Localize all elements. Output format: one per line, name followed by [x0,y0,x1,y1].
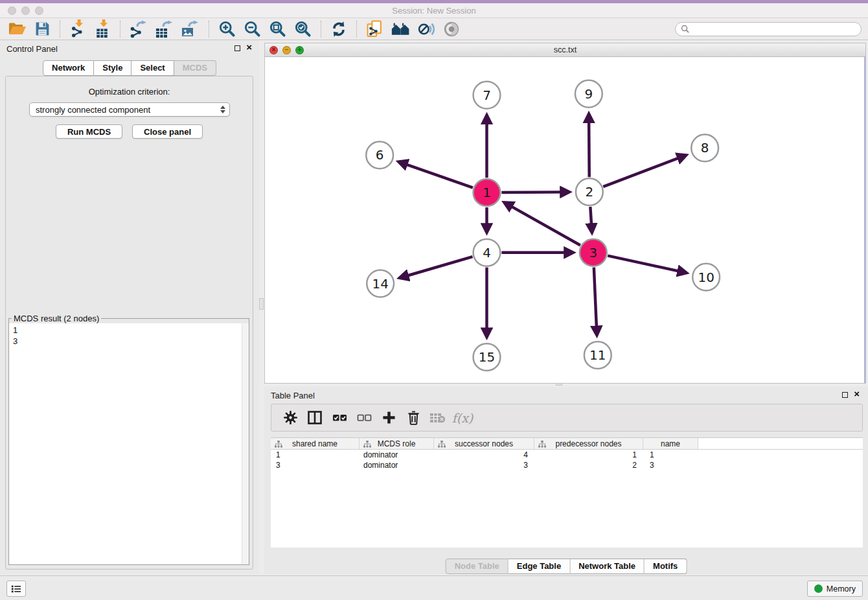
import-table-icon[interactable] [90,19,115,39]
cell-predecessor-nodes: 2 [534,460,643,470]
optimization-label: Optimization criterion: [6,87,253,97]
table-header-filler [698,438,863,449]
search-box[interactable] [675,22,862,36]
fx-label: f(x) [452,411,474,425]
run-mcds-button[interactable]: Run MCDS [56,124,122,139]
edge-4-14[interactable] [400,257,473,278]
network-canvas[interactable]: 7968124314101511 [265,57,865,383]
mcds-panel: Optimization criterion: strongly connect… [5,76,253,570]
tab-style[interactable]: Style [94,60,131,76]
app-title: Session: New Session [0,6,868,16]
node-3-label: 3 [589,246,597,260]
close-panel-icon[interactable]: × [246,42,252,52]
window-minimize-button[interactable]: − [282,46,291,54]
table-row[interactable]: 3dominator323 [271,460,863,470]
edge-2-8[interactable] [603,155,686,187]
cell-predecessor-nodes: 1 [534,450,643,460]
refresh-icon[interactable] [326,19,351,39]
export-table-icon[interactable] [152,19,177,39]
vertical-splitter-handle[interactable] [259,298,264,310]
result-scrollbar[interactable] [242,323,249,564]
graphics-details-icon[interactable] [414,19,439,39]
node-2-label: 2 [586,185,594,200]
node-14-label: 14 [372,277,388,292]
network-scrollbar[interactable] [864,57,865,383]
float-table-panel-icon[interactable] [842,392,848,398]
export-image-icon[interactable] [177,19,203,39]
edge-1-6[interactable] [398,162,473,188]
node-table: shared nameMCDS rolesuccessor nodesprede… [271,437,863,548]
duplicate-network-icon[interactable] [362,19,387,39]
cell-shared-name: 3 [271,460,360,470]
tab-edge-table[interactable]: Edge Table [508,559,570,574]
column-header-shared-name[interactable]: shared name [271,438,360,449]
function-builder-icon: f(x) [450,406,475,430]
save-session-icon[interactable] [30,19,54,39]
zoom-in-icon[interactable] [214,19,240,39]
delete-column-icon [426,406,450,430]
window-zoom-button[interactable]: + [295,46,304,54]
network-window-buttons: ×−+ [269,46,304,54]
column-header-MCDS-role[interactable]: MCDS role [360,438,434,449]
settings-icon[interactable] [278,406,303,430]
houses-icon[interactable] [387,19,414,39]
window-close-button[interactable]: × [269,46,278,54]
tab-select[interactable]: Select [131,60,174,76]
zoom-selected-icon[interactable] [290,19,315,39]
import-network-icon[interactable] [65,19,90,39]
search-input[interactable] [692,23,856,34]
split-view-icon[interactable] [303,406,327,430]
criterion-dropdown[interactable]: strongly connected component [29,102,230,117]
delete-row-icon[interactable] [401,406,426,430]
toolbar-separator [120,21,120,38]
close-table-panel-icon[interactable]: × [854,389,860,399]
tab-network[interactable]: Network [43,60,94,76]
node-10-label: 10 [698,270,714,285]
toolbar-separator [60,21,60,38]
toolbar-separator [321,21,321,38]
float-panel-icon[interactable] [234,45,240,51]
node-9-label: 9 [585,87,593,102]
cell-successor-nodes: 3 [434,460,534,470]
deselect-all-icon[interactable] [352,406,376,430]
export-network-icon[interactable] [126,19,152,39]
zoom-out-icon[interactable] [240,19,265,39]
column-header-predecessor-nodes[interactable]: predecessor nodes [534,438,643,449]
edge-2-3[interactable] [590,207,592,233]
network-window-titlebar[interactable]: scc.txt ×−+ [265,43,865,57]
main-toolbar [0,18,868,40]
edge-1-2[interactable] [501,192,569,192]
tab-node-table[interactable]: Node Table [446,559,508,574]
cell-successor-nodes: 4 [434,450,534,460]
column-header-successor-nodes[interactable]: successor nodes [434,438,534,449]
control-panel-title: Control Panel [6,44,58,54]
add-row-icon[interactable] [376,406,401,430]
node-7-label: 7 [483,88,491,103]
cell-MCDS-role: dominator [360,450,434,460]
toolbar-icon-groups [4,19,464,39]
edge-2-9[interactable] [589,114,589,178]
mcds-result-area: 13 [9,323,249,564]
table-row[interactable]: 1dominator411 [271,450,863,460]
task-history-button[interactable] [6,581,26,597]
status-bar: Memory [0,575,868,600]
edge-3-10[interactable] [608,256,687,273]
graph-svg: 7968124314101511 [265,57,865,383]
edge-3-1[interactable] [504,202,580,245]
toolbar-separator [356,21,357,38]
vertical-splitter[interactable] [259,40,264,574]
select-all-icon[interactable] [327,406,352,430]
tab-motifs[interactable]: Motifs [645,559,687,574]
tab-mcds[interactable]: MCDS [174,60,216,76]
network-window-title: scc.txt [265,45,865,54]
column-header-name[interactable]: name [643,438,698,449]
close-panel-button[interactable]: Close panel [132,124,203,139]
open-session-icon[interactable] [4,19,30,39]
show-hide-icon[interactable] [439,19,464,39]
memory-button[interactable]: Memory [807,581,863,597]
edge-3-11[interactable] [594,268,597,336]
zoom-fit-icon[interactable] [265,19,290,39]
criterion-dropdown-value: strongly connected component [36,105,150,115]
tab-network-table[interactable]: Network Table [570,559,645,574]
node-1-label: 1 [483,185,491,200]
